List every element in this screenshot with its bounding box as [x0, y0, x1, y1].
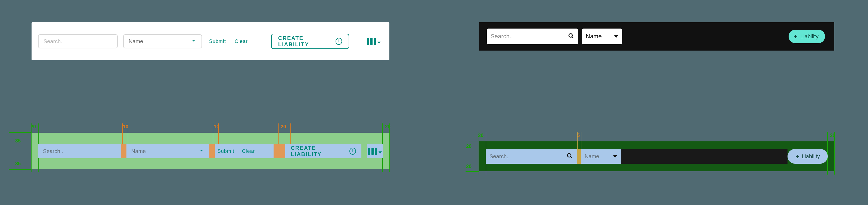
plus-icon: +	[794, 33, 798, 40]
guide-line	[466, 141, 478, 141]
spec-name-select: Name	[126, 144, 209, 158]
search-input[interactable]	[491, 29, 565, 44]
create-liability-button[interactable]: CREATE LIABILITY	[271, 34, 349, 49]
columns-icon	[368, 148, 377, 155]
spec-submit: Submit	[218, 148, 235, 154]
measure-pad-bottom: 20	[466, 164, 471, 169]
spec-body: Search.. Name Submit Clear CREATE LIABIL…	[32, 133, 390, 169]
plus-circle-icon	[349, 148, 356, 155]
caret-down-icon	[614, 35, 618, 38]
svg-point-2	[567, 153, 571, 157]
spec-gap	[274, 144, 285, 158]
spec-name-select: Name	[581, 149, 621, 164]
toolbar-dark: Name + Liability	[479, 22, 834, 51]
name-select-label: Name	[129, 38, 143, 45]
spec-add-label: Liability	[802, 153, 820, 159]
caret-down-icon	[378, 151, 382, 154]
spec-gap	[362, 144, 367, 158]
toolbar-light: Name Submit Clear CREATE LIABILITY	[32, 22, 390, 60]
guide-line	[390, 123, 390, 172]
measure-pad-bottom: 35	[15, 161, 21, 167]
plus-circle-icon	[336, 38, 342, 45]
spec-name-label: Name	[585, 153, 599, 159]
measure-gap3: 20	[281, 124, 286, 130]
spec-row: Search.. Name Submit Clear CREATE LIABIL…	[38, 144, 383, 158]
name-select-label: Name	[586, 33, 602, 40]
spec-name-label: Name	[131, 148, 146, 154]
svg-line-3	[570, 156, 572, 158]
measure-pad-top: 20	[466, 144, 471, 149]
guide-line	[834, 132, 835, 175]
caret-down-icon	[191, 38, 196, 45]
spec-body: Search.. Name + Liability	[479, 141, 834, 171]
columns-button[interactable]	[365, 36, 383, 47]
spec-search: Search..	[38, 144, 121, 158]
search-wrap	[487, 29, 578, 44]
spec-spacer	[621, 149, 787, 164]
spec-gap	[121, 144, 126, 158]
guide-line	[31, 123, 32, 172]
spec-search-placeholder: Search..	[43, 148, 63, 154]
spec-gap	[577, 149, 581, 164]
spec-clear: Clear	[242, 148, 255, 154]
spec-create: CREATE LIABILITY	[285, 144, 362, 158]
spec-columns	[367, 144, 383, 158]
caret-down-icon	[613, 155, 617, 158]
columns-icon	[367, 38, 376, 45]
spec-links: Submit Clear	[215, 144, 274, 158]
guide-line	[9, 132, 31, 133]
add-liability-button[interactable]: + Liability	[788, 30, 825, 43]
search-icon	[566, 152, 573, 161]
create-liability-label: CREATE LIABILITY	[278, 35, 332, 48]
add-liability-label: Liability	[800, 33, 818, 40]
spec-row: Search.. Name + Liability	[486, 149, 828, 164]
measure-pad-top: 35	[15, 138, 21, 144]
svg-point-0	[569, 34, 572, 37]
name-select[interactable]: Name	[123, 34, 202, 49]
submit-button[interactable]: Submit	[208, 36, 227, 47]
spec-search-placeholder: Search..	[490, 153, 509, 159]
guide-line	[9, 169, 31, 170]
spec-search: Search..	[486, 149, 577, 164]
caret-down-icon	[377, 41, 381, 44]
search-input[interactable]	[38, 34, 118, 49]
spec-overlay-light: 20 20 10 10 20 35 35 Search.. Name	[32, 126, 390, 162]
clear-button[interactable]: Clear	[233, 36, 249, 47]
spec-create-label: CREATE LIABILITY	[291, 145, 345, 157]
plus-icon: +	[796, 153, 800, 160]
spec-gap	[209, 144, 215, 158]
svg-line-1	[572, 37, 573, 38]
caret-down-icon	[198, 148, 205, 155]
guide-line	[466, 171, 478, 172]
spec-add-liability: + Liability	[787, 149, 828, 164]
guide-line	[478, 132, 479, 175]
name-select[interactable]: Name	[582, 29, 622, 44]
search-icon[interactable]	[567, 32, 575, 40]
